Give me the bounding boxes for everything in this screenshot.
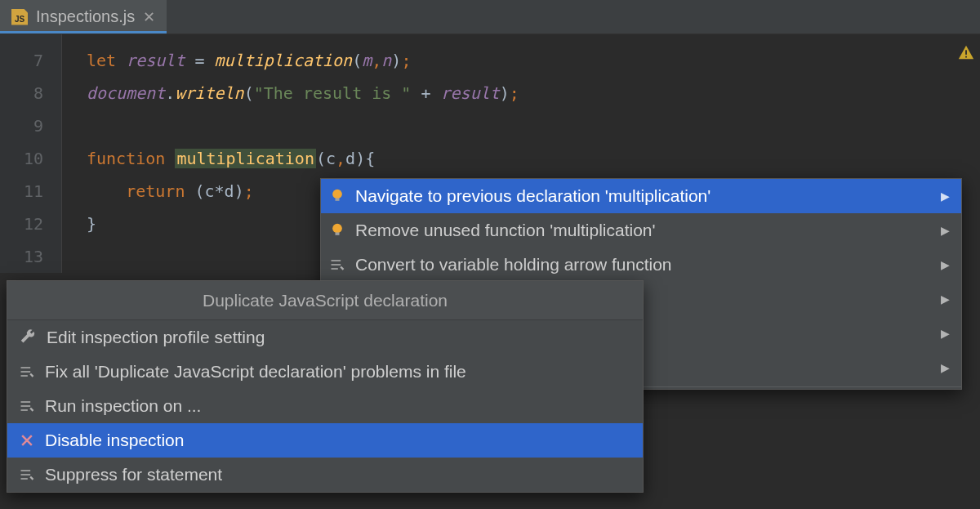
intention-label: Navigate to previous declaration 'multip… bbox=[355, 186, 710, 206]
submenu-header: Duplicate JavaScript declaration bbox=[7, 281, 643, 320]
line-number: 11 bbox=[0, 175, 43, 208]
wrench-icon bbox=[19, 328, 37, 346]
lightbulb-icon bbox=[329, 188, 345, 204]
code-line-8: document.writeln("The result is " + resu… bbox=[87, 77, 980, 109]
close-tab-icon[interactable]: ✕ bbox=[143, 8, 155, 26]
submenu-suppress-for-statement[interactable]: Suppress for statement bbox=[7, 458, 643, 492]
gutter: 7 8 9 10 11 12 13 bbox=[0, 34, 62, 273]
line-number: 10 bbox=[0, 142, 43, 175]
submenu-fix-all-problems[interactable]: Fix all 'Duplicate JavaScript declaratio… bbox=[7, 355, 643, 389]
edit-icon bbox=[329, 257, 345, 273]
code-line-10: function multiplication(c,d){ bbox=[87, 142, 980, 175]
submenu-edit-profile-setting[interactable]: Edit inspection profile setting bbox=[7, 320, 643, 355]
submenu-label: Run inspection on ... bbox=[45, 396, 201, 416]
chevron-right-icon: ▶ bbox=[941, 258, 950, 271]
edit-icon bbox=[19, 364, 35, 380]
edit-icon bbox=[19, 398, 35, 414]
submenu-run-inspection-on[interactable]: Run inspection on ... bbox=[7, 389, 643, 423]
svg-rect-3 bbox=[336, 199, 340, 201]
js-file-icon: JS bbox=[11, 9, 28, 25]
svg-point-2 bbox=[332, 190, 342, 199]
chevron-right-icon: ▶ bbox=[941, 292, 950, 306]
intention-label: Convert to variable holding arrow functi… bbox=[355, 255, 672, 275]
lightbulb-icon bbox=[329, 222, 345, 239]
file-tab[interactable]: JS Inspections.js ✕ bbox=[0, 0, 167, 33]
line-number: 8 bbox=[0, 77, 43, 109]
submenu-label: Suppress for statement bbox=[45, 465, 222, 484]
code-line-9 bbox=[87, 109, 980, 142]
chevron-right-icon: ▶ bbox=[941, 327, 950, 340]
close-icon bbox=[19, 432, 35, 449]
inspection-submenu-popup: Duplicate JavaScript declaration Edit in… bbox=[7, 280, 644, 493]
edit-icon bbox=[19, 467, 35, 483]
tab-filename: Inspections.js bbox=[36, 7, 135, 26]
submenu-label: Fix all 'Duplicate JavaScript declaratio… bbox=[45, 362, 466, 382]
submenu-label: Edit inspection profile setting bbox=[47, 328, 265, 347]
svg-point-4 bbox=[332, 224, 342, 234]
svg-rect-5 bbox=[336, 233, 340, 235]
chevron-right-icon: ▶ bbox=[941, 190, 950, 203]
intention-label: Remove unused function 'multiplication' bbox=[355, 221, 656, 240]
intention-convert-arrow-function[interactable]: Convert to variable holding arrow functi… bbox=[321, 248, 961, 282]
submenu-label: Disable inspection bbox=[45, 431, 184, 450]
line-number: 7 bbox=[0, 44, 43, 77]
chevron-right-icon: ▶ bbox=[941, 361, 950, 374]
submenu-disable-inspection[interactable]: Disable inspection bbox=[7, 423, 643, 458]
code-line-7: let result = multiplication(m,n); bbox=[87, 44, 980, 77]
line-number: 12 bbox=[0, 208, 43, 240]
intention-remove-unused-function[interactable]: Remove unused function 'multiplication' … bbox=[321, 213, 961, 248]
line-number: 9 bbox=[0, 109, 43, 142]
tab-bar: JS Inspections.js ✕ bbox=[0, 0, 980, 34]
chevron-right-icon: ▶ bbox=[941, 224, 950, 237]
intention-navigate-previous-declaration[interactable]: Navigate to previous declaration 'multip… bbox=[321, 179, 961, 213]
line-number: 13 bbox=[0, 240, 43, 273]
